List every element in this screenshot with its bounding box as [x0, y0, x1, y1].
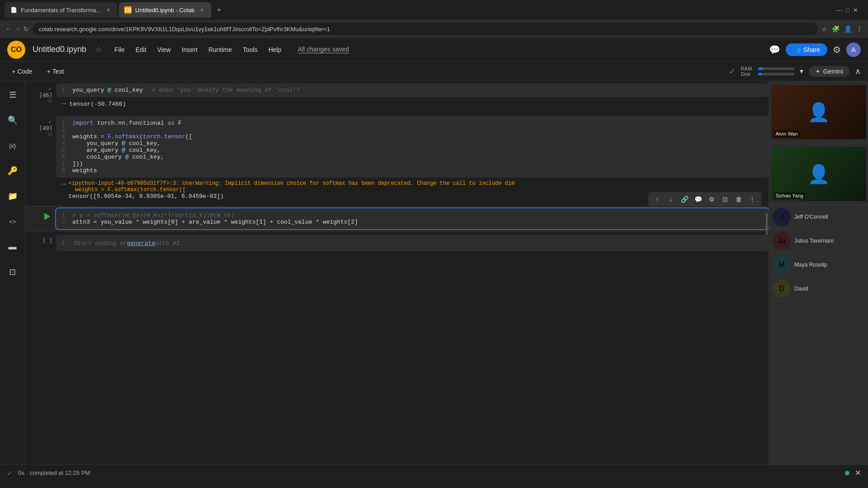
delete-button[interactable]: 🗑	[733, 194, 744, 205]
menu-file[interactable]: File	[109, 43, 130, 56]
copy-button[interactable]: ⊡	[720, 194, 731, 205]
david-name: David	[794, 286, 808, 292]
tab1-close[interactable]: ✕	[104, 6, 112, 14]
tab-bar: 📄 Fundamentals of Transforma... ✕ CO Unt…	[0, 0, 868, 20]
variables-icon[interactable]: {x}	[5, 137, 21, 154]
gemini-button[interactable]: ✦ Gemini	[809, 66, 849, 77]
gemini-label: Gemini	[823, 68, 843, 75]
share-button[interactable]: 👥 Share	[786, 43, 827, 56]
avatar-maya: M	[773, 256, 791, 274]
run-button[interactable]	[42, 211, 52, 222]
cell-49-time: 0s	[47, 131, 52, 136]
link-button[interactable]: 🔗	[679, 194, 690, 205]
participant-maya: M Maya Roselip	[769, 253, 868, 277]
add-text-icon: +	[47, 68, 51, 75]
back-button[interactable]: ←	[5, 25, 12, 33]
secrets-icon[interactable]: 🔑	[5, 163, 21, 179]
cell-46: ✓ [46] 0s 1 you_query @ cool_key # does …	[25, 81, 769, 113]
profile-icon[interactable]: 👤	[844, 25, 852, 33]
comments-button[interactable]: 💬	[769, 44, 780, 55]
forward-button[interactable]: →	[14, 25, 21, 33]
cell-scrollbar[interactable]	[766, 213, 768, 235]
cell-empty-gutter: [ ]	[29, 235, 56, 244]
cell-49-check: ✓	[48, 119, 52, 125]
url-text[interactable]: colab.research.google.com/drive/1KPK9V9V…	[39, 26, 330, 33]
maximize-icon[interactable]: □	[846, 7, 849, 14]
cell-run: 1 # y = softmax((W_Qx)(W_Kx)^T/sqrt(d_k)…	[25, 206, 769, 231]
main-layout: ☰ 🔍 {x} 🔑 📁 <> ▬ ⊡ ✓ [46] 0s	[0, 81, 868, 465]
notebook-title: Untitled0.ipynb	[33, 45, 86, 54]
extensions-sidebar-icon[interactable]: ⊡	[5, 264, 21, 280]
tab2-close[interactable]: ✕	[198, 6, 206, 14]
nav-buttons: ← → ↻	[5, 25, 29, 33]
status-time: 0s	[18, 469, 24, 476]
cell-46-check: ✓	[48, 86, 52, 92]
cell-settings-button[interactable]: ⚙	[706, 194, 717, 205]
participant-julius: Ju Julius Tavernaro	[769, 229, 868, 253]
menu-help[interactable]: Help	[263, 43, 287, 56]
settings-icon[interactable]: ⚙	[833, 44, 841, 55]
resource-expand-button[interactable]: ▾	[800, 67, 803, 75]
add-code-button[interactable]: + Code	[7, 66, 37, 77]
move-up-button[interactable]: ↑	[652, 194, 663, 205]
cell-46-content[interactable]: 1 you_query @ cool_key # does 'you' modi…	[56, 83, 769, 111]
cell-46-number: [46]	[39, 92, 52, 99]
add-text-button[interactable]: + Text	[42, 66, 69, 77]
output-value: tensor(-50.7466)	[70, 101, 126, 108]
cell-run-content[interactable]: 1 # y = softmax((W_Qx)(W_Kx)^T/sqrt(d_k)…	[56, 208, 769, 229]
tab-2[interactable]: CO Untitled0.ipynb - Colab ✕	[119, 2, 211, 18]
collapse-panel-button[interactable]: ∧	[855, 66, 861, 76]
cell-empty-number: [ ]	[42, 238, 52, 244]
minimize-icon[interactable]: —	[836, 7, 842, 14]
comment-button[interactable]: 💬	[693, 194, 703, 205]
avatar-david: D	[773, 280, 791, 298]
tab2-favicon: CO	[124, 6, 132, 14]
menu-icon[interactable]: ⋮	[856, 25, 863, 33]
participant-jeff: J Jeff O'Connell	[769, 205, 868, 229]
share-label: Share	[803, 46, 820, 53]
star-icon[interactable]: ☆	[95, 45, 102, 54]
julius-name: Julius Tavernaro	[794, 238, 834, 244]
toc-icon[interactable]: ☰	[5, 87, 21, 103]
cell-empty-content[interactable]: 1 Start coding or generate with AI.	[56, 235, 769, 251]
files-icon[interactable]: 📁	[5, 188, 21, 204]
avatar-julius: Ju	[773, 232, 791, 250]
cell-49-number: [49]	[39, 125, 52, 131]
left-sidebar: ☰ 🔍 {x} 🔑 📁 <> ▬ ⊡	[0, 81, 25, 465]
address-bar: ← → ↻ colab.research.google.com/drive/1K…	[0, 20, 868, 38]
close-window-icon[interactable]: ✕	[853, 7, 858, 14]
generate-link[interactable]: generate	[127, 240, 155, 247]
terminal-icon[interactable]: ▬	[5, 239, 21, 255]
status-close-button[interactable]: ✕	[855, 469, 861, 477]
tab-1[interactable]: 📄 Fundamentals of Transforma... ✕	[5, 2, 117, 18]
new-tab-button[interactable]: +	[213, 4, 226, 16]
menu-tools[interactable]: Tools	[237, 43, 263, 56]
add-code-icon: +	[12, 68, 15, 75]
menu-insert[interactable]: Insert	[176, 43, 203, 56]
status-completed: completed at 12:25 PM	[30, 469, 90, 476]
bookmark-icon[interactable]: ☆	[821, 25, 827, 33]
cell-46-gutter: ✓ [46] 0s	[29, 83, 56, 103]
cell-49-content[interactable]: 1 import torch.nn.functional as F 2 3 we…	[56, 116, 769, 202]
toolbar: + Code + Text ✓ RAM Disk ▾ ✦ Gemini ∧	[0, 61, 868, 81]
menu-runtime[interactable]: Runtime	[203, 43, 237, 56]
all-changes-saved: All changes saved	[298, 46, 349, 53]
cell-empty: [ ] 1 Start coding or generate with AI.	[25, 233, 769, 253]
participant-video-alvin: 👤 Alvin Wan	[771, 85, 866, 139]
start-coding-text: Start coding or	[71, 240, 127, 247]
extensions-icon[interactable]: 🧩	[832, 25, 840, 33]
user-avatar[interactable]: A	[846, 42, 861, 57]
menu-edit[interactable]: Edit	[130, 43, 152, 56]
colab-logo: CO	[7, 41, 25, 59]
browser-actions: ☆ 🧩 👤 ⋮	[821, 25, 863, 33]
search-icon[interactable]: 🔍	[5, 112, 21, 128]
check-icon: ✓	[729, 66, 736, 76]
move-down-button[interactable]: ↓	[665, 194, 676, 205]
browser-chrome: 📄 Fundamentals of Transforma... ✕ CO Unt…	[0, 0, 868, 38]
line-num: 1	[61, 87, 71, 94]
refresh-button[interactable]: ↻	[24, 25, 29, 33]
code-nav-icon[interactable]: <>	[5, 213, 21, 230]
add-code-label: Code	[17, 68, 32, 75]
menu-view[interactable]: View	[152, 43, 176, 56]
more-button[interactable]: ⋮	[747, 194, 758, 205]
